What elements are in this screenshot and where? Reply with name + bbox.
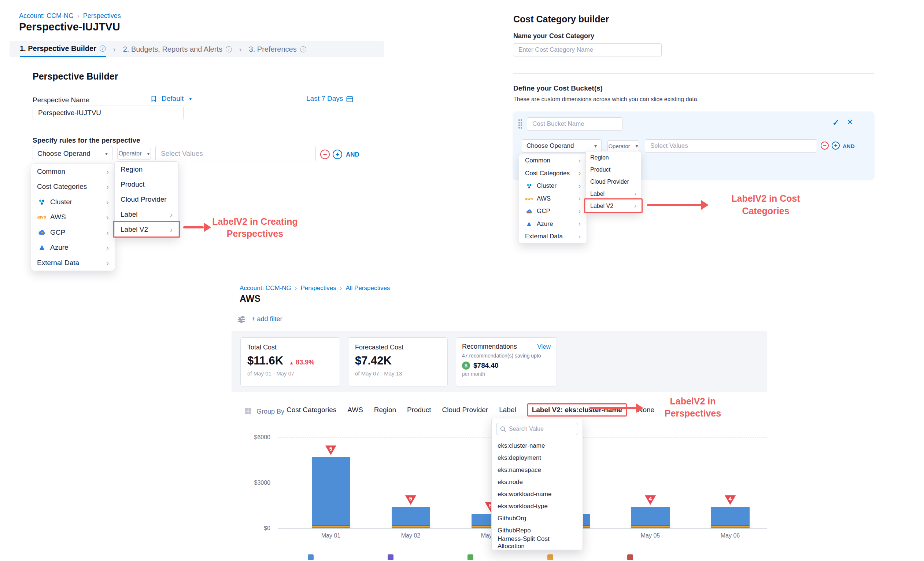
menu-item-label: Product — [590, 167, 636, 173]
group-by-option[interactable]: Cost Categories — [286, 406, 336, 414]
add-filter-button[interactable]: + add filter — [251, 315, 282, 323]
menu-item-gcp[interactable]: GCP› — [31, 225, 115, 240]
menu-item-aws[interactable]: aws AWS› — [31, 210, 115, 225]
submenu-item-cloud-provider[interactable]: Cloud Provider — [586, 176, 641, 188]
anomaly-marker[interactable]: 4 — [645, 495, 656, 505]
legend-swatch[interactable] — [548, 554, 553, 560]
menu-item-label: Cluster — [50, 198, 103, 206]
menu-item-aws[interactable]: aws AWS› — [519, 193, 586, 205]
chart-bar[interactable] — [392, 507, 430, 528]
menu-item-azure[interactable]: Azure› — [519, 218, 586, 231]
breadcrumb-perspectives-link[interactable]: Perspectives — [300, 284, 336, 292]
submenu-item-product[interactable]: Product — [586, 164, 641, 176]
add-rule-button[interactable]: + — [832, 141, 840, 150]
menu-item-gcp[interactable]: GCP› — [519, 205, 586, 218]
cost-category-name-input[interactable] — [513, 43, 662, 56]
annotation-arrow-head — [636, 403, 644, 413]
azure-icon — [525, 221, 533, 226]
value-option[interactable]: eks:cluster-name — [492, 440, 582, 452]
menu-item-external-data[interactable]: External Data› — [31, 255, 115, 271]
submenu-item-product[interactable]: Product — [115, 177, 178, 192]
view-recommendations-link[interactable]: View — [537, 343, 550, 350]
menu-item-external-data[interactable]: External Data› — [519, 230, 586, 243]
submenu-item-label-v2[interactable]: Label V2› — [115, 222, 178, 237]
card-label: Forecasted Cost — [355, 344, 441, 351]
menu-item-cluster[interactable]: Cluster› — [519, 180, 586, 193]
value-option[interactable]: eks:deployment — [492, 452, 582, 464]
value-option[interactable]: Harness-Split Cost Allocation — [492, 537, 582, 549]
date-range-selector[interactable]: Last 7 Days — [306, 95, 353, 103]
value-option[interactable]: GithubRepo — [492, 524, 582, 537]
operator-select[interactable]: Operator ▾ — [608, 140, 639, 152]
value-option[interactable]: eks:node — [492, 476, 582, 488]
breadcrumb-all-perspectives-link[interactable]: All Perspectives — [345, 284, 390, 292]
chevron-right-icon: › — [106, 228, 109, 237]
add-rule-button[interactable]: + — [333, 150, 342, 159]
select-values-input[interactable] — [155, 146, 316, 161]
chevron-down-icon: ▾ — [105, 151, 108, 156]
breadcrumb-account-link[interactable]: Account: CCM-NG — [240, 284, 291, 292]
cost-bucket-name-input[interactable] — [527, 117, 623, 131]
select-values-input[interactable] — [645, 139, 817, 152]
operator-select[interactable]: Operator ▾ — [117, 148, 151, 159]
value-option[interactable]: eks:workload-type — [492, 500, 582, 512]
submenu-item-cloud-provider[interactable]: Cloud Provider — [115, 192, 178, 207]
breadcrumb-account-link[interactable]: Account: CCM-NG — [19, 12, 74, 20]
submenu-item-region[interactable]: Region — [586, 152, 641, 164]
value-option[interactable]: eks:workload-name — [492, 488, 582, 500]
remove-rule-button[interactable]: − — [820, 141, 829, 150]
search-value-input[interactable] — [509, 426, 574, 432]
group-by-option[interactable]: Product — [407, 406, 431, 414]
legend-swatch[interactable] — [308, 554, 314, 560]
value-option[interactable]: eks:namespace — [492, 464, 582, 476]
menu-item-cluster[interactable]: Cluster› — [31, 194, 115, 210]
view-selector[interactable]: Default ▾ — [151, 95, 192, 103]
group-by-option[interactable]: AWS — [347, 406, 363, 414]
tab-preferences[interactable]: 3. Preferences i — [249, 41, 306, 57]
value-options-list: eks:cluster-nameeks:deploymenteks:namesp… — [492, 440, 582, 549]
value-option[interactable]: GithubOrg — [492, 512, 582, 524]
submenu-item-label[interactable]: Label› — [115, 207, 178, 222]
menu-item-cost-categories[interactable]: Cost Categories› — [519, 167, 586, 180]
group-by-option[interactable]: Region — [374, 406, 396, 414]
legend-swatch[interactable] — [627, 554, 633, 560]
menu-item-common[interactable]: Common› — [31, 164, 115, 179]
anomaly-marker[interactable]: 4 — [725, 495, 736, 505]
chart-bar[interactable] — [711, 507, 750, 528]
remove-rule-button[interactable]: − — [320, 150, 330, 159]
grid-icon — [245, 408, 251, 414]
group-by-option[interactable]: Cloud Provider — [442, 406, 488, 414]
menu-item-label: Cluster — [537, 182, 575, 190]
menu-item-azure[interactable]: Azure› — [31, 240, 115, 256]
cancel-x-icon[interactable]: × — [847, 117, 853, 128]
divider — [513, 73, 874, 74]
breadcrumb-perspectives-link[interactable]: Perspectives — [83, 12, 121, 20]
group-by-option[interactable]: Label — [499, 406, 516, 414]
filter-icon[interactable] — [237, 316, 246, 323]
group-by-selected-label-v2[interactable]: Label V2: eks:cluster-name — [527, 403, 627, 417]
legend-swatch[interactable] — [468, 554, 473, 560]
tab-budgets-reports-alerts[interactable]: 2. Budgets, Reports and Alerts i — [123, 41, 232, 57]
info-icon: i — [100, 45, 106, 52]
submenu-item-label-v2[interactable]: Label V2› — [586, 200, 641, 212]
choose-operand-select[interactable]: Choose Operand ▾ — [522, 139, 602, 152]
chart-bar[interactable] — [312, 457, 350, 528]
menu-item-label: Cloud Provider — [590, 179, 636, 185]
legend-swatch[interactable] — [388, 554, 393, 560]
choose-operand-select[interactable]: Choose Operand ▾ — [33, 146, 112, 161]
annotation-perspectives: LabelV2 in Perspectives — [647, 395, 739, 420]
chevron-right-icon: › — [579, 208, 581, 215]
submenu-item-region[interactable]: Region — [115, 162, 178, 177]
anomaly-marker[interactable]: 5 — [405, 495, 416, 505]
tab-perspective-builder[interactable]: 1. Perspective Builder i — [20, 41, 106, 57]
drag-handle-icon[interactable] — [518, 119, 522, 129]
menu-item-cost-categories[interactable]: Cost Categories› — [31, 179, 115, 195]
search-box — [496, 423, 578, 435]
confirm-check-icon[interactable]: ✓ — [832, 118, 839, 128]
submenu-item-label[interactable]: Label› — [586, 188, 641, 200]
chart-bar[interactable] — [631, 507, 670, 528]
anomaly-marker[interactable]: 5 — [326, 445, 336, 455]
menu-item-common[interactable]: Common› — [519, 154, 586, 167]
operator-label: Operator — [118, 150, 141, 157]
perspective-name-input[interactable] — [33, 105, 183, 120]
